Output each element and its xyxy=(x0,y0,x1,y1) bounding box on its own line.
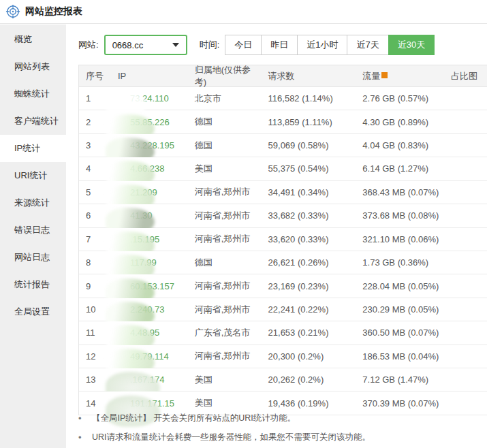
cell-index: 10 xyxy=(79,304,111,315)
cell-traffic: 321.10 MB (0.06%) xyxy=(356,234,443,244)
site-select-value: 0668.cc xyxy=(112,40,144,50)
cell-requests: 55,375 (0.54%) xyxy=(262,163,356,174)
cell-ip: 60.153.157 xyxy=(111,281,188,291)
cell-traffic: 6.14 GB (1.27%) xyxy=(356,163,443,174)
column-header-location: 归属地(仅供参考) xyxy=(188,64,262,89)
sidebar-item-6[interactable]: URI统计 xyxy=(0,162,66,189)
cell-index: 13 xyxy=(79,374,111,385)
cell-index: 9 xyxy=(79,281,111,291)
cell-ip: 2.240.73 xyxy=(111,304,188,315)
cell-requests: 34,491 (0.34%) xyxy=(262,187,356,197)
footer-note-text: URI请求和流量统计会耗费一些服务器性能，如果您不需要可关闭该功能。 xyxy=(92,432,371,443)
ip-address: 49.79.114 xyxy=(130,351,169,362)
cell-requests: 23,169 (0.23%) xyxy=(262,281,356,291)
cell-ip: .167.174 xyxy=(111,374,188,385)
ip-address: 73.24.110 xyxy=(130,93,169,103)
cell-location: 美国 xyxy=(188,374,262,386)
cell-requests: 59,069 (0.58%) xyxy=(262,140,356,150)
column-header-index: 序号 xyxy=(79,70,111,82)
ip-stats-table: 序号 IP 归属地(仅供参考) 请求数 流量 占比图 1 73.24.110 北… xyxy=(78,65,487,415)
table-row: 5 21.209 河南省,郑州市 34,491 (0.34%) 368.43 M… xyxy=(79,181,487,204)
cell-traffic: 360.50 MB (0.07%) xyxy=(356,327,443,338)
time-range-button-5[interactable]: 近30天 xyxy=(388,35,435,55)
ip-address: .15.195 xyxy=(130,234,159,244)
ip-address: 4.66.238 xyxy=(130,163,165,174)
cell-ip: 73.24.110 xyxy=(111,93,188,103)
sidebar-item-11[interactable]: 全局设置 xyxy=(0,298,66,325)
page-title: 网站监控报表 xyxy=(25,5,82,18)
ip-address: 43.228.195 xyxy=(130,140,174,150)
cell-index: 3 xyxy=(79,140,111,150)
cell-traffic: 228.04 MB (0.05%) xyxy=(356,281,443,291)
site-select-dropdown[interactable]: 0668.cc xyxy=(104,35,187,55)
cell-location: 河南省,郑州市 xyxy=(188,304,262,316)
cell-ip: 4.48.95 xyxy=(111,327,188,338)
cell-ip: 55.85.226 xyxy=(111,117,188,127)
chevron-down-icon xyxy=(172,43,179,47)
ip-address: 60.153.157 xyxy=(130,281,174,291)
ip-address: 2.240.73 xyxy=(130,304,165,315)
cell-location: 美国 xyxy=(188,163,262,175)
sidebar-item-2[interactable]: 网站列表 xyxy=(0,53,66,80)
cell-requests: 20,300 (0.2%) xyxy=(262,351,356,362)
sidebar-item-7[interactable]: 来源统计 xyxy=(0,189,66,217)
sidebar-item-5[interactable]: IP统计 xyxy=(0,135,66,162)
table-row: 2 55.85.226 德国 113,859 (1.11%) 4.30 GB (… xyxy=(79,110,487,133)
cell-requests: 19,436 (0.19%) xyxy=(262,398,356,409)
sidebar-item-4[interactable]: 客户端统计 xyxy=(0,108,66,135)
bullet-icon: • xyxy=(78,413,92,424)
ip-address: .167.174 xyxy=(130,374,165,385)
cell-ip: 43.228.195 xyxy=(111,140,188,150)
sidebar-item-8[interactable]: 错误日志 xyxy=(0,217,66,244)
cell-requests: 113,859 (1.11%) xyxy=(262,117,356,127)
cell-ip: 191.171.15 xyxy=(111,398,188,409)
time-range-button-4[interactable]: 近7天 xyxy=(347,35,388,55)
cell-location: 广东省,茂名市 xyxy=(188,327,262,339)
table-row: 6 41.30 河南省,郑州市 33,682 (0.33%) 373.68 MB… xyxy=(79,204,487,227)
bullet-icon: • xyxy=(78,432,92,443)
cell-requests: 21,653 (0.21%) xyxy=(262,327,356,338)
time-range-button-group: 今日昨日近1小时近7天近30天 xyxy=(225,35,435,55)
cell-index: 5 xyxy=(79,187,111,197)
cell-ip: 49.79.114 xyxy=(111,351,188,362)
cell-index: 8 xyxy=(79,257,111,268)
ip-address: 21.209 xyxy=(130,187,157,197)
table-row: 12 49.79.114 河南省,郑州市 20,300 (0.2%) 186.5… xyxy=(79,345,487,368)
cell-location: 河南省,郑州市 xyxy=(188,350,262,362)
cell-requests: 20,262 (0.2%) xyxy=(262,374,356,385)
ip-address: 191.171.15 xyxy=(130,398,174,409)
cell-traffic: 4.30 GB (0.89%) xyxy=(356,117,443,127)
toolbar: 网站: 0668.cc 时间: 今日昨日近1小时近7天近30天 xyxy=(78,35,435,55)
cell-index: 1 xyxy=(79,93,111,103)
ip-address: 117.99 xyxy=(130,257,157,268)
cell-traffic: 2.76 GB (0.57%) xyxy=(356,93,443,103)
cell-ip: 4.66.238 xyxy=(111,163,188,174)
cell-requests: 33,620 (0.33%) xyxy=(262,234,356,244)
cell-location: 德国 xyxy=(188,257,262,269)
cell-location: 德国 xyxy=(188,140,262,152)
cell-traffic: 7.12 GB (1.47%) xyxy=(356,374,443,385)
column-header-ip: IP xyxy=(111,71,188,81)
table-row: 3 43.228.195 德国 59,069 (0.58%) 4.04 GB (… xyxy=(79,134,487,157)
time-range-button-3[interactable]: 近1小时 xyxy=(297,35,347,55)
time-label: 时间: xyxy=(200,39,220,51)
cell-requests: 26,621 (0.26%) xyxy=(262,257,356,268)
table-row: 4 4.66.238 美国 55,375 (0.54%) 6.14 GB (1.… xyxy=(79,157,487,180)
cell-traffic: 370.39 MB (0.07%) xyxy=(356,398,443,409)
table-row: 11 4.48.95 广东省,茂名市 21,653 (0.21%) 360.50… xyxy=(79,321,487,345)
cell-index: 11 xyxy=(79,327,111,338)
footer-note-2: •URI请求和流量统计会耗费一些服务器性能，如果您不需要可关闭该功能。 xyxy=(78,432,480,443)
table-row: 10 2.240.73 河南省,郑州市 22,241 (0.22%) 230.2… xyxy=(79,298,487,321)
time-range-button-1[interactable]: 今日 xyxy=(225,35,262,55)
cell-traffic: 1.73 GB (0.36%) xyxy=(356,257,443,268)
sidebar-item-10[interactable]: 统计报告 xyxy=(0,271,66,298)
sidebar-item-9[interactable]: 网站日志 xyxy=(0,244,66,271)
sidebar-item-3[interactable]: 蜘蛛统计 xyxy=(0,80,66,108)
cell-location: 河南省,郑州市 xyxy=(188,210,262,222)
table-header-row: 序号 IP 归属地(仅供参考) 请求数 流量 占比图 xyxy=(79,65,487,87)
time-range-button-2[interactable]: 昨日 xyxy=(261,35,298,55)
cell-index: 14 xyxy=(79,398,111,409)
cell-traffic: 373.68 MB (0.08%) xyxy=(356,210,443,221)
cell-traffic: 186.53 MB (0.04%) xyxy=(356,351,443,362)
sidebar-item-1[interactable]: 概览 xyxy=(0,26,66,53)
